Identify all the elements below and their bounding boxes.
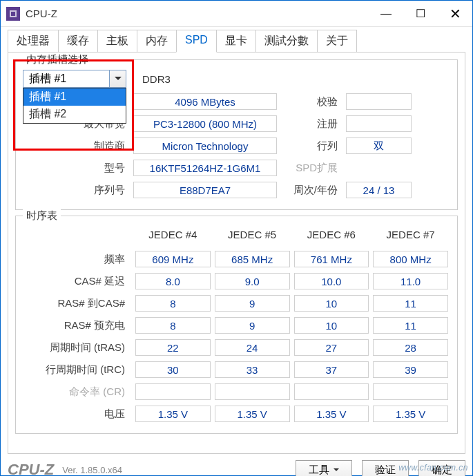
- timing-cell: 10.0: [294, 273, 369, 289]
- timing-label: CAS# 延迟: [23, 275, 133, 288]
- timing-cell: 24: [215, 339, 290, 356]
- timing-cell: 30: [135, 361, 211, 378]
- slot-dropdown-list: 插槽 #1插槽 #2: [23, 88, 126, 124]
- tab-2[interactable]: 主板: [97, 30, 137, 53]
- slot-select-group: 内存插槽选择 插槽 #1 插槽 #1插槽 #2 DDR3 模块大小4096 MB…: [15, 59, 458, 210]
- timing-label: 电压: [23, 408, 133, 421]
- timing-cell: 39: [373, 361, 448, 378]
- window: CPU-Z — ☐ ✕ 处理器缓存主板内存SPD显卡测試分數关于 内存插槽选择 …: [0, 0, 473, 476]
- timing-label: 频率: [23, 253, 133, 266]
- timing-cell: 761 MHz: [294, 251, 369, 267]
- timing-row: 电压1.35 V1.35 V1.35 V1.35 V: [23, 404, 450, 423]
- window-title: CPU-Z: [26, 8, 57, 19]
- timing-group: 时序表 JEDEC #4JEDEC #5JEDEC #6JEDEC #7 频率6…: [15, 216, 458, 434]
- mem-label-right: 周次/年份: [277, 184, 346, 197]
- mem-value-right: [346, 93, 412, 110]
- timing-row: 命令率 (CR): [23, 382, 450, 401]
- mem-value: Micron Technology: [133, 137, 277, 154]
- timing-cell: 33: [215, 361, 290, 378]
- timing-label: 周期时间 (tRAS): [23, 341, 133, 354]
- mem-label-right: SPD扩展: [277, 162, 346, 175]
- memory-type: DDR3: [142, 73, 171, 85]
- timing-cell: 800 MHz: [373, 251, 448, 267]
- timing-cell: 8: [135, 295, 211, 312]
- mem-value-right: 24 / 13: [346, 182, 412, 198]
- tab-6[interactable]: 测試分數: [255, 30, 318, 53]
- slot-option-2[interactable]: 插槽 #2: [23, 106, 126, 123]
- mem-row: 制造商Micron Technology行列双: [23, 136, 450, 155]
- timing-label: RAS# 预充电: [23, 319, 133, 332]
- timing-column-header: JEDEC #7: [371, 229, 450, 245]
- app-icon: [6, 7, 20, 21]
- timing-cell: 1.35 V: [215, 406, 290, 422]
- close-button[interactable]: ✕: [438, 1, 472, 27]
- timing-cell: 9: [215, 317, 290, 334]
- mem-label-right: 注册: [277, 117, 346, 131]
- tab-bar: 处理器缓存主板内存SPD显卡测試分數关于: [8, 30, 465, 53]
- timing-cell: 1.35 V: [373, 406, 448, 422]
- chevron-down-icon: [334, 468, 339, 472]
- timing-column-header: JEDEC #4: [133, 229, 213, 245]
- tab-1[interactable]: 缓存: [58, 30, 98, 53]
- timing-column-header: JEDEC #6: [292, 229, 371, 245]
- mem-value-right: 双: [346, 137, 412, 154]
- svg-rect-1: [11, 12, 15, 16]
- timing-cell: 1.35 V: [135, 406, 211, 422]
- timing-row: 频率609 MHz685 MHz761 MHz800 MHz: [23, 249, 450, 269]
- mem-value: 4096 MBytes: [133, 93, 277, 110]
- mem-label-right: 行列: [277, 140, 346, 153]
- mem-row: 型号16KTF51264HZ-1G6M1SPD扩展: [23, 158, 450, 178]
- timing-cell: 609 MHz: [135, 251, 211, 267]
- mem-value: 16KTF51264HZ-1G6M1: [133, 160, 277, 176]
- tab-0[interactable]: 处理器: [8, 30, 59, 53]
- timing-cell: 8.0: [135, 273, 211, 289]
- maximize-button[interactable]: ☐: [403, 1, 438, 27]
- timing-cell: 11.0: [373, 273, 448, 289]
- timing-cell: [373, 383, 448, 400]
- timing-cell: 1.35 V: [294, 406, 369, 422]
- window-controls: — ☐ ✕: [369, 1, 472, 27]
- mem-row: 序列号E88D7EA7周次/年份24 / 13: [23, 180, 450, 200]
- content-panel: 内存插槽选择 插槽 #1 插槽 #1插槽 #2 DDR3 模块大小4096 MB…: [8, 52, 465, 454]
- timing-cell: [215, 383, 290, 400]
- timing-cell: 10: [294, 317, 369, 334]
- tools-button[interactable]: 工具: [296, 460, 352, 477]
- timing-label: 行周期时间 (tRC): [23, 363, 133, 377]
- timing-cell: 10: [294, 295, 369, 312]
- mem-value: PC3-12800 (800 MHz): [133, 115, 277, 132]
- timing-cell: [135, 383, 211, 400]
- slot-option-1[interactable]: 插槽 #1: [23, 88, 126, 106]
- timing-row: 行周期时间 (tRC)30333739: [23, 360, 450, 379]
- timing-label: 命令率 (CR): [23, 385, 133, 399]
- timing-cell: 8: [135, 317, 211, 334]
- timing-cell: 11: [373, 295, 448, 312]
- timing-cell: 37: [294, 361, 369, 378]
- tab-3[interactable]: 内存: [137, 30, 177, 53]
- timing-row: RAS# 到CAS#891011: [23, 294, 450, 313]
- timing-cell: [294, 383, 369, 400]
- slot-select[interactable]: 插槽 #1: [23, 70, 126, 88]
- tab-7[interactable]: 关于: [317, 30, 357, 53]
- timing-cell: 9.0: [215, 273, 290, 289]
- timing-cell: 9: [215, 295, 290, 312]
- version-label: Ver. 1.85.0.x64: [62, 465, 122, 475]
- mem-label: 制造商: [23, 140, 133, 153]
- slot-selected-value: 插槽 #1: [29, 72, 66, 86]
- timing-cell: 11: [373, 317, 448, 334]
- slot-group-title: 内存插槽选择: [23, 53, 92, 66]
- tab-4[interactable]: SPD: [176, 30, 217, 53]
- timing-group-title: 时序表: [23, 209, 61, 222]
- tab-5[interactable]: 显卡: [216, 30, 256, 53]
- mem-value: E88D7EA7: [133, 182, 277, 198]
- titlebar[interactable]: CPU-Z — ☐ ✕: [1, 1, 472, 27]
- timing-column-header: JEDEC #5: [213, 229, 292, 245]
- watermark: www.cfan.com.cn: [398, 463, 468, 473]
- mem-label: 型号: [23, 162, 133, 175]
- timing-label: RAS# 到CAS#: [23, 297, 133, 310]
- timing-cell: 28: [373, 339, 448, 356]
- chevron-down-icon: [109, 70, 126, 87]
- brand-logo: CPU-Z: [8, 461, 54, 476]
- timing-row: 周期时间 (tRAS)22242728: [23, 338, 450, 357]
- mem-value-right: [346, 115, 412, 132]
- minimize-button[interactable]: —: [369, 1, 403, 27]
